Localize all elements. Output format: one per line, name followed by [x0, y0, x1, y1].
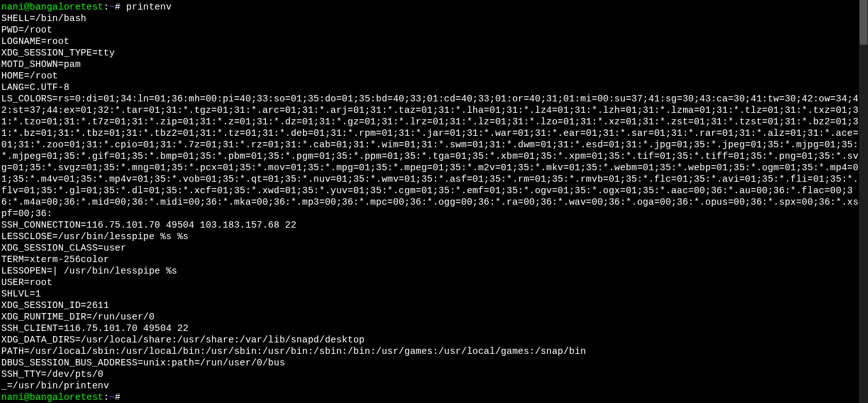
- env-xdg-session-type: XDG_SESSION_TYPE=tty: [1, 48, 115, 58]
- env-shell: SHELL=/bin/bash: [1, 13, 87, 24]
- env-shlvl: SHLVL=1: [1, 289, 41, 299]
- prompt-at: @: [24, 2, 30, 12]
- env-xdg-session-id: XDG_SESSION_ID=2611: [1, 300, 109, 311]
- env-lang: LANG=C.UTF-8: [1, 82, 70, 92]
- prompt-user: nani: [1, 2, 24, 12]
- env-xdg-runtime-dir: XDG_RUNTIME_DIR=/run/user/0: [1, 312, 154, 322]
- prompt-host: bangaloretest: [30, 2, 104, 12]
- env-ssh-client: SSH_CLIENT=116.75.101.70 49504 22: [1, 323, 189, 333]
- terminal-output[interactable]: nani@bangaloretest:~# printenv SHELL=/bi…: [0, 0, 859, 403]
- prompt2-host: bangaloretest: [30, 392, 104, 402]
- env-user: USER=root: [1, 277, 52, 288]
- prompt2-at: @: [24, 392, 30, 402]
- prompt-colon: :: [103, 2, 109, 12]
- prompt2-hash: #: [115, 392, 121, 402]
- env-logname: LOGNAME=root: [1, 36, 70, 47]
- prompt2-path: ~: [109, 392, 115, 402]
- env-lessopen: LESSOPEN=| /usr/bin/lesspipe %s: [1, 266, 177, 276]
- prompt2-colon: :: [103, 392, 109, 402]
- env-pwd: PWD=/root: [1, 25, 52, 35]
- prompt-hash: #: [115, 2, 126, 12]
- env-ssh-connection: SSH_CONNECTION=116.75.101.70 49504 103.1…: [1, 220, 297, 230]
- scrollbar-track[interactable]: [859, 0, 868, 403]
- scrollbar-thumb[interactable]: [860, 0, 867, 45]
- env-xdg-data-dirs: XDG_DATA_DIRS=/usr/local/share:/usr/shar…: [1, 335, 365, 345]
- env-motd-shown: MOTD_SHOWN=pam: [1, 59, 81, 70]
- command-text: printenv: [126, 2, 172, 12]
- env-path: PATH=/usr/local/sbin:/usr/local/bin:/usr…: [1, 346, 586, 356]
- env-ssh-tty: SSH_TTY=/dev/pts/0: [1, 369, 103, 379]
- env-underscore: _=/usr/bin/printenv: [1, 381, 109, 391]
- env-xdg-session-class: XDG_SESSION_CLASS=user: [1, 243, 126, 253]
- prompt-path: ~: [109, 2, 115, 12]
- env-dbus-session-bus: DBUS_SESSION_BUS_ADDRESS=unix:path=/run/…: [1, 358, 285, 368]
- env-lessclose: LESSCLOSE=/usr/bin/lesspipe %s %s: [1, 231, 189, 242]
- env-term: TERM=xterm-256color: [1, 254, 109, 265]
- prompt2-user: nani: [1, 392, 24, 402]
- env-ls-colors: LS_COLORS=rs=0:di=01;34:ln=01;36:mh=00:p…: [1, 94, 858, 219]
- env-home: HOME=/root: [1, 71, 58, 81]
